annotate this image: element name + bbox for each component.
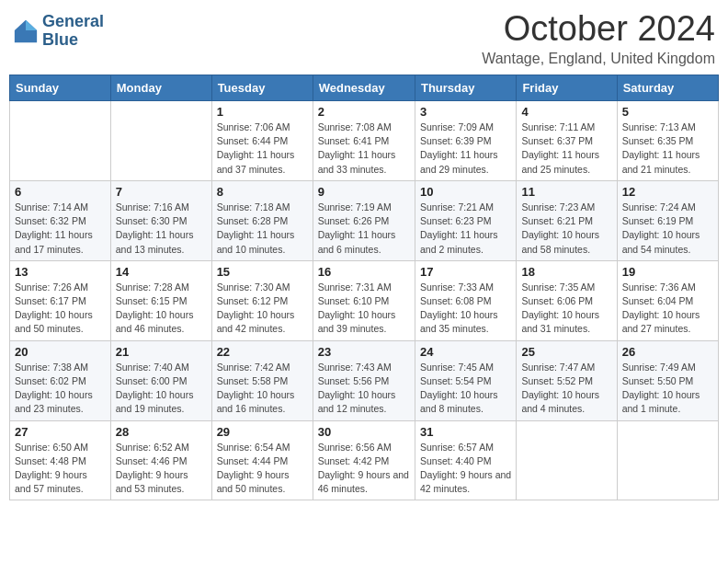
sunrise-text: Sunrise: 7:36 AM (622, 282, 696, 293)
day-number: 1 (217, 105, 308, 119)
sunset-text: Sunset: 6:21 PM (521, 215, 593, 226)
day-info: Sunrise: 7:23 AMSunset: 6:21 PMDaylight:… (521, 201, 611, 257)
sunrise-text: Sunrise: 6:52 AM (116, 442, 189, 453)
day-info: Sunrise: 7:31 AMSunset: 6:10 PMDaylight:… (318, 281, 410, 337)
weekday-header-sunday: Sunday (10, 75, 111, 101)
sunset-text: Sunset: 6:32 PM (15, 215, 86, 226)
day-info: Sunrise: 7:43 AMSunset: 5:56 PMDaylight:… (318, 361, 410, 417)
daylight-text: Daylight: 11 hours and 13 minutes. (116, 229, 194, 254)
day-info: Sunrise: 7:35 AMSunset: 6:06 PMDaylight:… (521, 281, 611, 337)
sunset-text: Sunset: 6:17 PM (15, 295, 86, 306)
day-info: Sunrise: 7:47 AMSunset: 5:52 PMDaylight:… (521, 361, 611, 417)
daylight-text: Daylight: 10 hours and 27 minutes. (622, 309, 700, 334)
calendar-cell: 24Sunrise: 7:45 AMSunset: 5:54 PMDayligh… (415, 340, 516, 420)
sunset-text: Sunset: 6:23 PM (420, 215, 492, 226)
calendar-cell: 12Sunrise: 7:24 AMSunset: 6:19 PMDayligh… (617, 180, 718, 260)
daylight-text: Daylight: 11 hours and 37 minutes. (217, 149, 295, 174)
weekday-header-saturday: Saturday (617, 75, 718, 101)
sunset-text: Sunset: 6:19 PM (622, 215, 694, 226)
sunset-text: Sunset: 6:15 PM (116, 295, 188, 306)
location-subtitle: Wantage, England, United Kingdom (482, 51, 715, 67)
calendar-cell: 30Sunrise: 6:56 AMSunset: 4:42 PMDayligh… (313, 420, 415, 500)
sunset-text: Sunset: 4:48 PM (15, 455, 86, 466)
day-number: 29 (217, 425, 308, 439)
sunset-text: Sunset: 6:37 PM (521, 135, 593, 146)
day-info: Sunrise: 7:26 AMSunset: 6:17 PMDaylight:… (15, 281, 106, 337)
daylight-text: Daylight: 9 hours and 57 minutes. (15, 469, 87, 494)
day-info: Sunrise: 7:08 AMSunset: 6:41 PMDaylight:… (318, 121, 410, 177)
calendar-cell: 4Sunrise: 7:11 AMSunset: 6:37 PMDaylight… (517, 101, 617, 181)
sunset-text: Sunset: 5:58 PM (217, 375, 289, 386)
day-number: 5 (622, 105, 713, 119)
daylight-text: Daylight: 9 hours and 42 minutes. (420, 469, 511, 494)
day-info: Sunrise: 7:42 AMSunset: 5:58 PMDaylight:… (217, 361, 308, 417)
sunrise-text: Sunrise: 7:35 AM (521, 282, 595, 293)
weekday-header-thursday: Thursday (415, 75, 516, 101)
calendar-body: 1Sunrise: 7:06 AMSunset: 6:44 PMDaylight… (10, 101, 719, 500)
calendar-cell: 19Sunrise: 7:36 AMSunset: 6:04 PMDayligh… (617, 260, 718, 340)
sunset-text: Sunset: 4:42 PM (318, 455, 390, 466)
daylight-text: Daylight: 10 hours and 58 minutes. (521, 229, 599, 254)
sunrise-text: Sunrise: 7:33 AM (420, 282, 494, 293)
calendar-cell: 13Sunrise: 7:26 AMSunset: 6:17 PMDayligh… (10, 260, 111, 340)
calendar-table: SundayMondayTuesdayWednesdayThursdayFrid… (9, 75, 719, 500)
sunset-text: Sunset: 5:50 PM (622, 375, 694, 386)
calendar-cell: 7Sunrise: 7:16 AMSunset: 6:30 PMDaylight… (110, 180, 211, 260)
day-info: Sunrise: 7:21 AMSunset: 6:23 PMDaylight:… (420, 201, 511, 257)
sunrise-text: Sunrise: 6:56 AM (318, 442, 392, 453)
day-number: 11 (521, 185, 611, 199)
day-number: 4 (521, 105, 611, 119)
day-number: 28 (116, 425, 207, 439)
sunset-text: Sunset: 6:41 PM (318, 135, 390, 146)
sunset-text: Sunset: 6:12 PM (217, 295, 289, 306)
day-number: 18 (521, 265, 611, 279)
calendar-cell: 11Sunrise: 7:23 AMSunset: 6:21 PMDayligh… (517, 180, 617, 260)
logo-line2: Blue (42, 31, 104, 50)
calendar-cell: 6Sunrise: 7:14 AMSunset: 6:32 PMDaylight… (10, 180, 111, 260)
calendar-cell: 2Sunrise: 7:08 AMSunset: 6:41 PMDaylight… (313, 101, 415, 181)
day-info: Sunrise: 7:06 AMSunset: 6:44 PMDaylight:… (217, 121, 308, 177)
calendar-cell: 23Sunrise: 7:43 AMSunset: 5:56 PMDayligh… (313, 340, 415, 420)
sunrise-text: Sunrise: 7:23 AM (521, 201, 595, 213)
sunrise-text: Sunrise: 6:57 AM (420, 442, 494, 453)
daylight-text: Daylight: 10 hours and 42 minutes. (217, 309, 295, 334)
month-title: October 2024 (482, 9, 715, 49)
daylight-text: Daylight: 10 hours and 50 minutes. (15, 309, 93, 334)
sunrise-text: Sunrise: 7:08 AM (318, 121, 392, 132)
daylight-text: Daylight: 11 hours and 6 minutes. (318, 229, 396, 254)
sunset-text: Sunset: 4:46 PM (116, 455, 188, 466)
day-info: Sunrise: 7:40 AMSunset: 6:00 PMDaylight:… (116, 361, 207, 417)
day-info: Sunrise: 7:13 AMSunset: 6:35 PMDaylight:… (622, 121, 713, 177)
day-number: 31 (420, 425, 511, 439)
day-info: Sunrise: 6:56 AMSunset: 4:42 PMDaylight:… (318, 441, 410, 497)
sunrise-text: Sunrise: 7:18 AM (217, 201, 290, 213)
day-info: Sunrise: 7:11 AMSunset: 6:37 PMDaylight:… (521, 121, 611, 177)
daylight-text: Daylight: 10 hours and 31 minutes. (521, 309, 599, 334)
calendar-cell (517, 420, 617, 500)
sunset-text: Sunset: 5:52 PM (521, 375, 593, 386)
day-number: 23 (318, 345, 410, 359)
day-info: Sunrise: 6:54 AMSunset: 4:44 PMDaylight:… (217, 441, 308, 497)
day-info: Sunrise: 7:28 AMSunset: 6:15 PMDaylight:… (116, 281, 207, 337)
day-number: 21 (116, 345, 207, 359)
calendar-cell (110, 101, 211, 181)
day-info: Sunrise: 7:36 AMSunset: 6:04 PMDaylight:… (622, 281, 713, 337)
calendar-cell: 8Sunrise: 7:18 AMSunset: 6:28 PMDaylight… (211, 180, 313, 260)
day-info: Sunrise: 7:38 AMSunset: 6:02 PMDaylight:… (15, 361, 106, 417)
logo-text: General Blue (42, 13, 104, 50)
page-header: General Blue October 2024 Wantage, Engla… (9, 9, 719, 67)
calendar-week-row: 13Sunrise: 7:26 AMSunset: 6:17 PMDayligh… (10, 260, 719, 340)
daylight-text: Daylight: 11 hours and 29 minutes. (420, 149, 498, 174)
day-info: Sunrise: 7:33 AMSunset: 6:08 PMDaylight:… (420, 281, 511, 337)
calendar-cell (617, 420, 718, 500)
day-number: 14 (116, 265, 207, 279)
calendar-cell: 5Sunrise: 7:13 AMSunset: 6:35 PMDaylight… (617, 101, 718, 181)
calendar-cell: 27Sunrise: 6:50 AMSunset: 4:48 PMDayligh… (10, 420, 111, 500)
sunset-text: Sunset: 6:04 PM (622, 295, 694, 306)
daylight-text: Daylight: 11 hours and 25 minutes. (521, 149, 599, 174)
sunrise-text: Sunrise: 7:49 AM (622, 362, 696, 373)
calendar-cell: 10Sunrise: 7:21 AMSunset: 6:23 PMDayligh… (415, 180, 516, 260)
calendar-week-row: 20Sunrise: 7:38 AMSunset: 6:02 PMDayligh… (10, 340, 719, 420)
sunset-text: Sunset: 6:08 PM (420, 295, 492, 306)
logo-icon (13, 18, 39, 44)
